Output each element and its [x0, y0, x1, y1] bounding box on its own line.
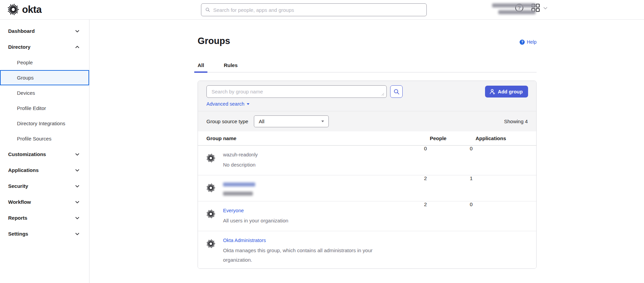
groups-table: Group name People Applications wazuh-rea…	[198, 131, 536, 269]
sidebar: Dashboard Directory People Groups Device…	[0, 20, 89, 283]
global-search[interactable]	[201, 3, 427, 16]
search-icon	[394, 89, 400, 95]
sidebar-item-devices[interactable]: Devices	[0, 85, 89, 101]
topbar: okta ?	[0, 0, 644, 20]
tabs: All Rules	[198, 60, 537, 72]
applications-count	[470, 231, 536, 269]
group-name-link[interactable]: Okta Administrators	[223, 238, 266, 243]
page-help-link[interactable]: ? Help	[520, 39, 537, 45]
sidebar-item-groups[interactable]: Groups	[0, 70, 89, 85]
group-search-button[interactable]	[390, 85, 403, 98]
group-search-input[interactable]	[212, 89, 382, 94]
people-count: 2	[424, 175, 470, 201]
column-header-group-name: Group name	[198, 131, 424, 145]
caret-down-icon	[247, 103, 249, 105]
chevron-up-icon	[75, 45, 80, 49]
tab-all[interactable]: All	[194, 60, 207, 72]
table-row[interactable]: wazuh-readonly No description 0 0	[198, 145, 536, 175]
people-count: 2	[424, 201, 470, 231]
add-group-button[interactable]: Add group	[485, 86, 528, 97]
group-icon	[206, 154, 215, 162]
table-row[interactable]: Okta Administrators Okta manages this gr…	[198, 231, 536, 269]
people-count: 0	[424, 145, 470, 175]
applications-count: 0	[470, 145, 536, 175]
okta-logo-icon	[7, 4, 19, 15]
groups-toolbar: Add group Advanced search	[198, 81, 536, 111]
group-name-link[interactable]: Everyone	[223, 208, 244, 213]
sidebar-item-profile-editor[interactable]: Profile Editor	[0, 101, 89, 116]
chevron-down-icon	[75, 168, 80, 173]
sidebar-item-people[interactable]: People	[0, 55, 89, 70]
chevron-down-icon	[75, 232, 80, 236]
applications-count: 0	[470, 201, 536, 231]
okta-logo[interactable]: okta	[7, 4, 42, 15]
group-search-field[interactable]	[206, 85, 387, 98]
group-description: Okta manages this group, which contains …	[223, 246, 389, 265]
people-count	[424, 231, 470, 269]
sidebar-item-security[interactable]: Security	[0, 178, 89, 194]
table-row[interactable]: Everyone All users in your organization …	[198, 201, 536, 231]
okta-wordmark: okta	[22, 4, 42, 15]
sidebar-item-settings[interactable]: Settings	[0, 226, 89, 242]
advanced-search-link[interactable]: Advanced search	[206, 101, 249, 107]
group-description: No description	[223, 160, 258, 170]
chevron-down-icon	[75, 200, 80, 204]
group-icon	[206, 239, 215, 248]
search-icon	[205, 7, 210, 12]
user-org-redacted	[498, 10, 536, 14]
tab-rules[interactable]: Rules	[220, 60, 241, 72]
group-description: All users in your organization	[223, 216, 288, 225]
group-name-redacted[interactable]	[223, 182, 255, 187]
sidebar-item-directory[interactable]: Directory	[0, 39, 89, 55]
chevron-down-icon	[75, 216, 80, 220]
sidebar-item-workflow[interactable]: Workflow	[0, 194, 89, 210]
user-caret-icon[interactable]	[543, 7, 547, 9]
applications-count: 1	[470, 175, 536, 201]
add-user-icon	[489, 89, 495, 94]
user-account-menu[interactable]	[488, 3, 539, 14]
filter-row: Group source type All Showing 4	[198, 111, 536, 131]
sidebar-item-profile-sources[interactable]: Profile Sources	[0, 131, 89, 146]
sidebar-item-directory-integrations[interactable]: Directory Integrations	[0, 116, 89, 131]
group-name-link[interactable]: wazuh-readonly	[223, 152, 258, 157]
chevron-down-icon	[75, 184, 80, 189]
global-search-input[interactable]	[213, 7, 422, 13]
showing-count: Showing 4	[504, 118, 528, 124]
group-source-type-label: Group source type	[206, 118, 248, 124]
sidebar-item-customizations[interactable]: Customizations	[0, 146, 89, 162]
column-header-applications: Applications	[470, 131, 536, 145]
select-caret-icon	[321, 121, 324, 122]
chevron-down-icon	[75, 152, 80, 157]
resize-grip-icon[interactable]	[381, 93, 384, 96]
groups-card: Add group Advanced search Group source t…	[198, 81, 537, 269]
sidebar-item-dashboard[interactable]: Dashboard	[0, 23, 89, 39]
help-badge-icon: ?	[520, 40, 525, 45]
sidebar-item-applications[interactable]: Applications	[0, 162, 89, 178]
sidebar-item-reports[interactable]: Reports	[0, 210, 89, 226]
group-icon	[206, 210, 215, 218]
group-source-type-select[interactable]: All	[254, 115, 329, 127]
table-row-redacted[interactable]: 2 1	[198, 175, 536, 201]
chevron-down-icon	[75, 29, 80, 34]
page-title: Groups	[198, 36, 230, 46]
user-name-redacted	[492, 3, 536, 7]
main-content: Groups ? Help All Rules Add g	[89, 20, 644, 283]
group-description-redacted	[223, 192, 253, 196]
column-header-people: People	[424, 131, 470, 145]
group-icon	[206, 183, 215, 192]
